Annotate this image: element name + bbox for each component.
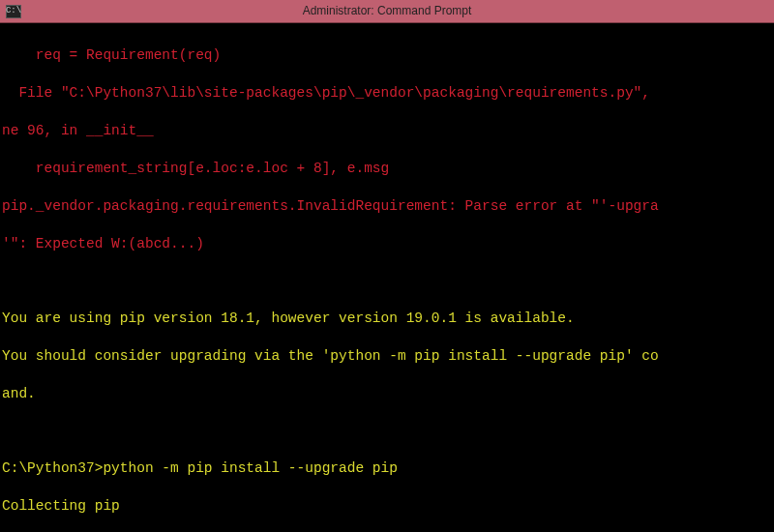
output-line: Collecting pip xyxy=(2,497,774,517)
warning-line: You are using pip version 18.1, however … xyxy=(2,310,774,329)
error-line: pip._vendor.packaging.requirements.Inval… xyxy=(2,197,774,217)
warning-line: You should consider upgrading via the 'p… xyxy=(2,347,774,367)
cmd-icon: C:\ xyxy=(6,5,21,18)
error-line: requirement_string[e.loc:e.loc + 8], e.m… xyxy=(2,160,774,179)
prompt-path: C:\Python37> xyxy=(2,460,103,476)
window-titlebar[interactable]: C:\ Administrator: Command Prompt xyxy=(0,0,774,23)
blank-line xyxy=(2,423,774,440)
prompt-line: C:\Python37>python -m pip install --upgr… xyxy=(2,459,774,479)
error-line: '": Expected W:(abcd...) xyxy=(2,235,774,254)
error-line: req = Requirement(req) xyxy=(2,46,774,66)
error-line: File "C:\Python37\lib\site-packages\pip\… xyxy=(2,84,774,103)
window-title: Administrator: Command Prompt xyxy=(303,3,472,18)
blank-line xyxy=(2,273,774,290)
warning-line: and. xyxy=(2,385,774,404)
terminal-output[interactable]: req = Requirement(req) File "C:\Python37… xyxy=(0,23,774,532)
error-line: ne 96, in __init__ xyxy=(2,122,774,141)
command-input: python -m pip install --upgrade pip xyxy=(103,460,398,476)
